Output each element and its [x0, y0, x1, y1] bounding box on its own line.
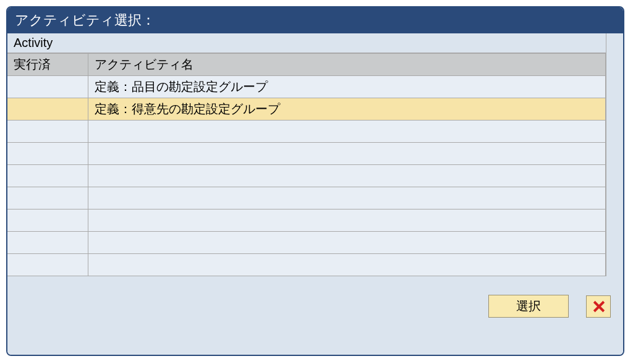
cell-activity-name: [88, 121, 606, 143]
cell-executed: [7, 165, 88, 187]
activity-select-dialog: アクティビティ選択： Activity 実行済 アクティビティ名 定義：品目の勘…: [6, 6, 624, 356]
cell-activity-name: 定義：品目の勘定設定グループ: [88, 76, 606, 98]
table-row[interactable]: [7, 165, 606, 187]
table-row[interactable]: 定義：品目の勘定設定グループ: [7, 76, 606, 98]
table-wrap: Activity 実行済 アクティビティ名 定義：品目の勘定設定グループ定義：得…: [7, 33, 606, 276]
cell-activity-name: 定義：得意先の勘定設定グループ: [88, 98, 606, 121]
scrollbar-gutter[interactable]: [606, 33, 623, 276]
table-row[interactable]: [7, 143, 606, 165]
table-row[interactable]: [7, 254, 606, 276]
dialog-title: アクティビティ選択：: [7, 7, 623, 33]
table-row[interactable]: [7, 210, 606, 232]
activity-table: 実行済 アクティビティ名 定義：品目の勘定設定グループ定義：得意先の勘定設定グル…: [7, 53, 606, 276]
cell-executed: [7, 254, 88, 276]
dialog-footer: 選択: [7, 276, 623, 355]
cell-activity-name: [88, 143, 606, 165]
cell-activity-name: [88, 187, 606, 210]
cell-executed: [7, 143, 88, 165]
table-row[interactable]: [7, 232, 606, 254]
table-row[interactable]: 定義：得意先の勘定設定グループ: [7, 98, 606, 121]
close-icon: [593, 301, 604, 312]
select-button[interactable]: 選択: [488, 295, 569, 318]
cell-executed: [7, 232, 88, 254]
cell-activity-name: [88, 210, 606, 232]
cell-activity-name: [88, 254, 606, 276]
cell-executed: [7, 210, 88, 232]
col-header-activity-name: アクティビティ名: [88, 54, 606, 76]
cell-executed: [7, 121, 88, 143]
close-button[interactable]: [586, 295, 611, 318]
cell-executed: [7, 187, 88, 210]
content-area: Activity 実行済 アクティビティ名 定義：品目の勘定設定グループ定義：得…: [7, 33, 623, 276]
table-row[interactable]: [7, 121, 606, 143]
table-row[interactable]: [7, 187, 606, 210]
col-header-executed: 実行済: [7, 54, 88, 76]
cell-executed: [7, 98, 88, 121]
cell-activity-name: [88, 165, 606, 187]
cell-activity-name: [88, 232, 606, 254]
table-caption: Activity: [7, 33, 606, 53]
cell-executed: [7, 76, 88, 98]
